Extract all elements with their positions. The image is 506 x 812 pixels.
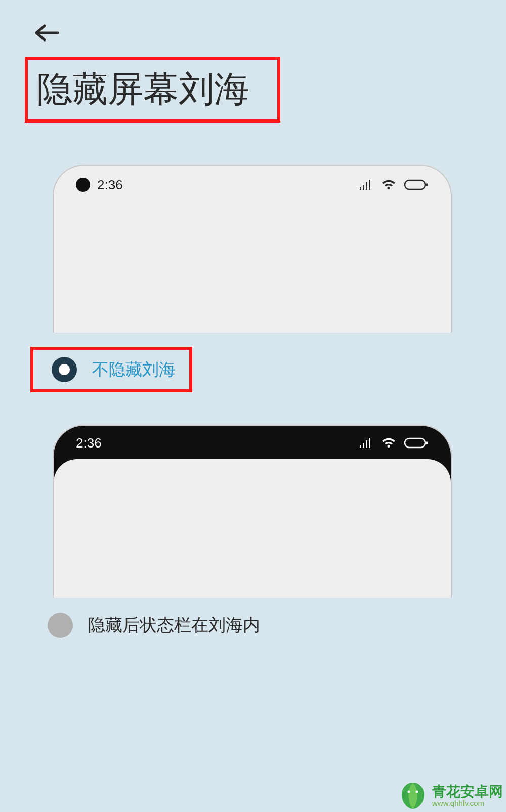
page-title: 隐藏屏幕刘海 — [37, 66, 249, 113]
preview-hide-inside: 2:36 — [53, 425, 452, 598]
option-label: 不隐藏刘海 — [92, 358, 176, 381]
svg-rect-3 — [426, 441, 428, 444]
camera-punch-hole-icon — [76, 178, 90, 192]
watermark-logo-icon — [397, 780, 429, 812]
svg-rect-0 — [405, 180, 425, 189]
watermark: 青花安卓网 www.qhhlv.com — [397, 780, 503, 812]
page-title-highlight: 隐藏屏幕刘海 — [25, 57, 280, 123]
watermark-brand: 青花安卓网 — [432, 784, 503, 799]
statusbar-time: 2:36 — [97, 177, 123, 193]
arrow-left-icon — [34, 23, 60, 43]
preview-no-hide: 2:36 — [53, 165, 452, 333]
statusbar-icons — [359, 179, 429, 191]
statusbar-icons — [359, 437, 429, 449]
option-label: 隐藏后状态栏在刘海内 — [88, 614, 260, 637]
svg-point-4 — [408, 791, 410, 793]
back-button[interactable] — [34, 23, 60, 43]
preview-statusbar: 2:36 — [54, 175, 451, 195]
statusbar-time: 2:36 — [76, 435, 102, 451]
option-hide-inside[interactable]: 隐藏后状态栏在刘海内 — [48, 613, 260, 638]
option-no-hide[interactable]: 不隐藏刘海 — [30, 347, 192, 392]
svg-rect-1 — [426, 183, 428, 186]
wifi-icon — [381, 437, 396, 449]
radio-checked-icon — [52, 357, 77, 382]
signal-icon — [359, 437, 373, 449]
preview-inner-screen — [54, 459, 451, 598]
wifi-icon — [381, 179, 396, 191]
battery-icon — [404, 437, 429, 449]
battery-icon — [404, 179, 429, 191]
radio-unchecked-icon — [48, 613, 73, 638]
svg-point-5 — [416, 791, 418, 793]
watermark-url: www.qhhlv.com — [432, 799, 503, 807]
preview-statusbar-dark: 2:36 — [54, 433, 451, 453]
signal-icon — [359, 179, 373, 191]
svg-rect-2 — [405, 438, 425, 448]
